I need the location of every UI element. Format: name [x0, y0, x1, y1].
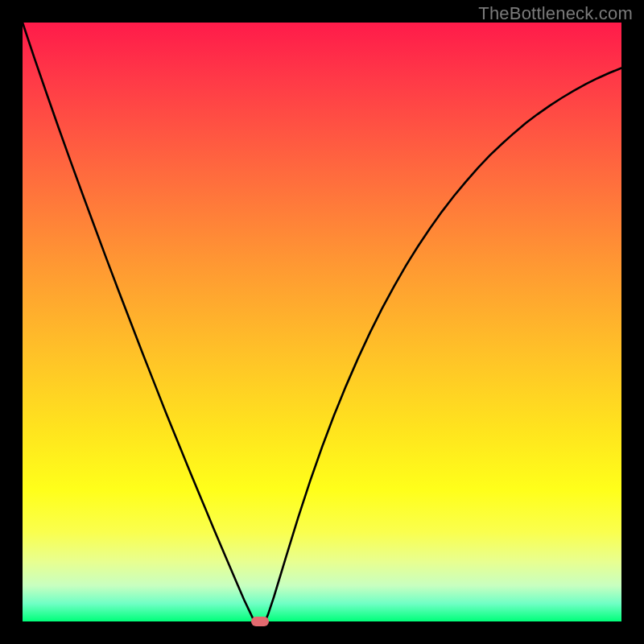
curve-left-branch	[23, 23, 254, 621]
balance-point-marker	[251, 617, 269, 626]
curve-right-branch	[265, 68, 621, 621]
bottleneck-curve	[23, 23, 621, 621]
plot-area	[23, 23, 621, 621]
watermark-text: TheBottleneck.com	[478, 3, 633, 24]
